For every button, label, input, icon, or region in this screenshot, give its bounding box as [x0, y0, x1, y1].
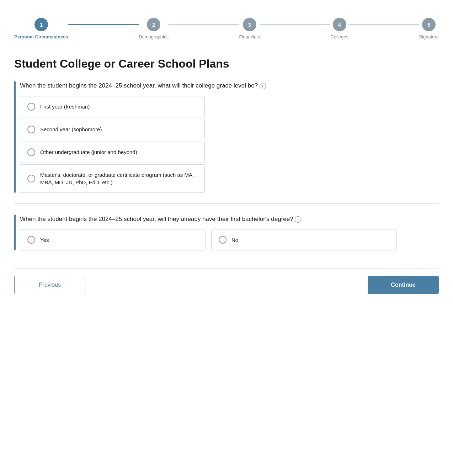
option-sophomore[interactable]: Second year (sophomore)	[20, 119, 205, 140]
question-grade-level-label: When the student begins the 2024–25 scho…	[20, 81, 439, 90]
step-5-circle: 5	[422, 18, 436, 31]
step-4[interactable]: 4 Colleges	[330, 18, 348, 39]
option-freshman[interactable]: First year (freshman)	[20, 96, 205, 117]
option-graduate-label: Master's, doctorate, or graduate certifi…	[40, 171, 197, 186]
progress-bar: 1 Personal Circumstances 2 Demographics …	[14, 11, 439, 43]
option-graduate[interactable]: Master's, doctorate, or graduate certifi…	[20, 164, 205, 193]
step-3[interactable]: 3 Financials	[239, 18, 260, 39]
step-2[interactable]: 2 Demographics	[139, 18, 169, 39]
radio-freshman[interactable]	[27, 103, 35, 111]
step-2-circle: 2	[147, 18, 160, 31]
option-yes[interactable]: Yes	[20, 229, 206, 250]
radio-yes[interactable]	[27, 236, 35, 244]
question-bar-1	[14, 81, 16, 193]
info-icon-bachelor[interactable]: i	[295, 216, 301, 223]
question-grade-level-content: When the student begins the 2024–25 scho…	[20, 81, 439, 193]
step-4-circle: 4	[333, 18, 346, 31]
radio-graduate[interactable]	[27, 175, 35, 183]
step-1-label: Personal Circumstances	[14, 34, 68, 39]
option-yes-label: Yes	[40, 236, 49, 244]
option-junior-beyond-label: Other undergraduate (junior and beyond)	[40, 148, 137, 156]
question-bar-2	[14, 215, 16, 251]
option-sophomore-label: Second year (sophomore)	[40, 126, 102, 133]
bottom-navigation: Previous Continue	[14, 268, 439, 294]
step-4-label: Colleges	[330, 34, 348, 39]
question-grade-level-block: When the student begins the 2024–25 scho…	[14, 81, 439, 193]
step-3-circle: 3	[243, 18, 256, 31]
question-bachelor-section: When the student begins the 2024–25 scho…	[14, 215, 439, 251]
option-no[interactable]: No	[211, 229, 397, 250]
step-line-1-2	[68, 24, 139, 25]
question-bachelor-block: When the student begins the 2024–25 scho…	[14, 215, 439, 251]
section-divider	[14, 203, 439, 204]
step-3-label: Financials	[239, 34, 260, 39]
radio-junior-beyond[interactable]	[27, 148, 35, 156]
step-5-label: Signature	[419, 34, 439, 39]
step-2-label: Demographics	[139, 34, 169, 39]
bachelor-options: Yes No	[20, 229, 397, 250]
step-1-circle: 1	[34, 18, 48, 31]
option-junior-beyond[interactable]: Other undergraduate (junior and beyond)	[20, 142, 205, 163]
radio-sophomore[interactable]	[27, 126, 35, 133]
option-freshman-label: First year (freshman)	[40, 103, 90, 110]
grade-level-options: First year (freshman) Second year (sopho…	[20, 96, 205, 193]
continue-button[interactable]: Continue	[368, 276, 439, 294]
page-wrapper: 1 Personal Circumstances 2 Demographics …	[0, 0, 453, 308]
radio-no[interactable]	[219, 236, 226, 244]
question-bachelor-label: When the student begins the 2024–25 scho…	[20, 215, 439, 224]
step-line-4-5	[348, 24, 419, 25]
step-1[interactable]: 1 Personal Circumstances	[14, 18, 68, 39]
option-no-label: No	[231, 236, 238, 244]
step-line-2-3	[169, 24, 239, 25]
info-icon-grade-level[interactable]: i	[260, 83, 266, 89]
question-bachelor-content: When the student begins the 2024–25 scho…	[20, 215, 439, 251]
step-5[interactable]: 5 Signature	[419, 18, 439, 39]
step-line-3-4	[260, 24, 330, 25]
question-grade-level-section: When the student begins the 2024–25 scho…	[14, 81, 439, 193]
previous-button[interactable]: Previous	[14, 276, 85, 294]
page-title: Student College or Career School Plans	[14, 57, 439, 70]
